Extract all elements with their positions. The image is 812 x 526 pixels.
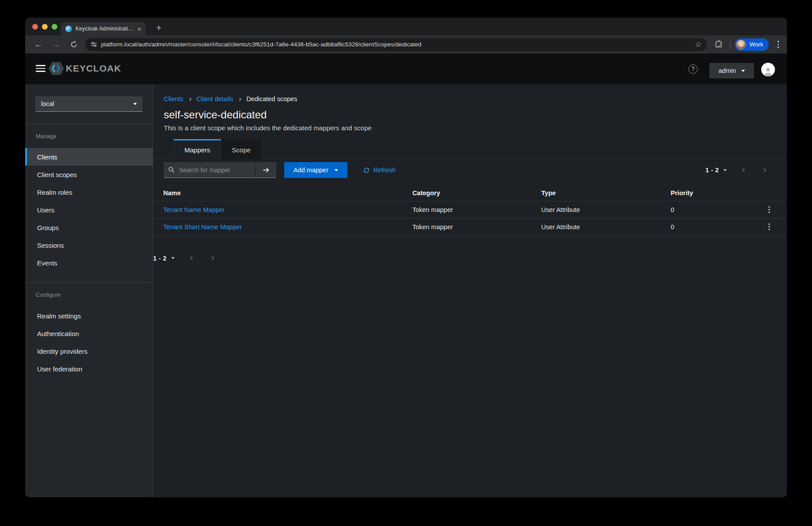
browser-tab[interactable]: Keycloak Administration UI × bbox=[61, 22, 146, 35]
cell-type: User Attribute bbox=[531, 201, 661, 218]
column-header-category: Category bbox=[402, 185, 531, 201]
forward-icon[interactable]: → bbox=[50, 38, 62, 51]
sidebar-item-authentication[interactable]: Authentication bbox=[25, 325, 153, 342]
site-settings-icon[interactable] bbox=[90, 41, 97, 48]
pagination-prev-icon[interactable] bbox=[742, 168, 747, 172]
pagination-next-icon[interactable] bbox=[762, 168, 767, 172]
search-icon bbox=[168, 167, 175, 173]
chevron-right-icon bbox=[238, 97, 241, 101]
sidebar-item-groups[interactable]: Groups bbox=[25, 219, 153, 236]
breadcrumb-current: Dedicated scopes bbox=[246, 96, 297, 102]
tabs: Mappers Scope bbox=[153, 139, 787, 159]
pagination-prev-icon[interactable] bbox=[190, 256, 194, 261]
cell-priority: 0 bbox=[661, 201, 756, 218]
breadcrumb-clients-link[interactable]: Clients bbox=[164, 96, 183, 102]
column-header-type: Type bbox=[531, 185, 661, 201]
tab-scope[interactable]: Scope bbox=[221, 139, 261, 159]
row-actions-kebab-icon[interactable] bbox=[766, 204, 773, 215]
chevron-down-icon bbox=[133, 103, 137, 105]
search-submit-button[interactable] bbox=[255, 162, 276, 178]
tab-mappers[interactable]: Mappers bbox=[173, 139, 221, 159]
page-title: self-service-dedicated bbox=[164, 109, 787, 121]
close-window-button[interactable] bbox=[32, 24, 38, 30]
screenshot-stage: Keycloak Administration UI × + ← → platf… bbox=[0, 0, 812, 526]
row-actions-kebab-icon[interactable] bbox=[766, 222, 773, 232]
sidebar-item-user-federation[interactable]: User federation bbox=[25, 360, 153, 378]
realm-selector[interactable]: local bbox=[35, 96, 143, 112]
sidebar: local Manage Clients Client scopes Realm… bbox=[25, 84, 153, 497]
main-content: Clients Client details Dedicated scopes … bbox=[153, 84, 787, 497]
toolbar-divider bbox=[730, 41, 730, 49]
user-dropdown-label: admin bbox=[718, 67, 736, 74]
realm-selector-value: local bbox=[41, 100, 54, 107]
page-subtitle: This is a client scope which includes th… bbox=[164, 124, 787, 132]
minimize-window-button[interactable] bbox=[42, 24, 48, 30]
refresh-button[interactable]: Refresh bbox=[363, 167, 396, 174]
sidebar-section-configure: Configure bbox=[36, 291, 153, 299]
mapper-link[interactable]: Tenant Name Mapper bbox=[163, 206, 225, 213]
extensions-icon[interactable] bbox=[712, 38, 725, 51]
browser-menu-icon[interactable] bbox=[776, 39, 781, 50]
browser-tab-strip: Keycloak Administration UI × + bbox=[25, 18, 787, 35]
new-tab-button[interactable]: + bbox=[152, 22, 165, 35]
mappers-table: Name Category Type Priority Tenant Name … bbox=[153, 185, 787, 236]
mapper-link[interactable]: Tenant Short Name Mapper bbox=[163, 223, 242, 231]
sidebar-item-identity-providers[interactable]: Identity providers bbox=[25, 342, 153, 360]
sidebar-divider bbox=[25, 124, 153, 124]
sidebar-item-realm-roles[interactable]: Realm roles bbox=[25, 183, 153, 201]
add-mapper-button[interactable]: Add mapper bbox=[284, 162, 347, 178]
keycloak-brand[interactable]: KEYCLOAK bbox=[48, 61, 121, 76]
help-icon[interactable]: ? bbox=[688, 64, 698, 74]
back-icon[interactable]: ← bbox=[32, 38, 45, 51]
keycloak-masthead: KEYCLOAK ? admin bbox=[25, 54, 787, 84]
cell-category: Token mapper bbox=[402, 201, 531, 218]
column-header-name: Name bbox=[153, 185, 402, 201]
breadcrumb: Clients Client details Dedicated scopes bbox=[164, 96, 787, 102]
cell-type: User Attribute bbox=[531, 218, 661, 235]
browser-window: Keycloak Administration UI × + ← → platf… bbox=[25, 18, 787, 497]
browser-profile-button[interactable]: Work bbox=[735, 38, 768, 51]
brand-text: KEYCLOAK bbox=[66, 63, 121, 74]
table-row: Tenant Short Name Mapper Token mapper Us… bbox=[153, 218, 787, 235]
pagination-next-icon[interactable] bbox=[210, 256, 214, 261]
tab-close-icon[interactable]: × bbox=[136, 26, 142, 32]
column-header-priority: Priority bbox=[661, 185, 756, 201]
pagination-bottom: 1 - 2 bbox=[153, 250, 787, 266]
bookmark-star-icon[interactable]: ☆ bbox=[695, 40, 702, 49]
chevron-right-icon bbox=[188, 97, 192, 101]
reload-icon[interactable] bbox=[68, 38, 80, 51]
sidebar-item-users[interactable]: Users bbox=[25, 201, 153, 219]
profile-avatar bbox=[736, 40, 746, 49]
sidebar-item-client-scopes[interactable]: Client scopes bbox=[25, 166, 153, 183]
breadcrumb-client-details-link[interactable]: Client details bbox=[196, 96, 233, 102]
profile-label: Work bbox=[749, 41, 763, 48]
sidebar-section-manage: Manage bbox=[36, 132, 153, 141]
pagination-options-icon[interactable] bbox=[171, 257, 175, 259]
browser-tab-title: Keycloak Administration UI bbox=[75, 26, 136, 32]
fullscreen-window-button[interactable] bbox=[52, 24, 57, 30]
url-text[interactable]: platform.local/auth/admin/master/console… bbox=[101, 41, 692, 48]
pagination-range: 1 - 2 bbox=[153, 255, 167, 262]
arrow-right-icon bbox=[263, 167, 270, 174]
table-row: Tenant Name Mapper Token mapper User Att… bbox=[153, 201, 787, 218]
sidebar-item-clients[interactable]: Clients bbox=[25, 148, 153, 166]
sidebar-divider bbox=[25, 282, 153, 283]
pagination-top: 1 - 2 bbox=[705, 167, 776, 174]
keycloak-logo-icon bbox=[48, 61, 64, 76]
pagination-options-icon[interactable] bbox=[723, 169, 727, 171]
browser-toolbar: ← → platform.local/auth/admin/master/con… bbox=[25, 35, 787, 54]
url-bar[interactable]: platform.local/auth/admin/master/console… bbox=[85, 38, 707, 51]
search-input[interactable] bbox=[178, 166, 251, 174]
table-header-row: Name Category Type Priority bbox=[153, 185, 787, 201]
user-dropdown[interactable]: admin bbox=[710, 63, 754, 78]
pagination-range: 1 - 2 bbox=[705, 167, 719, 174]
user-avatar[interactable] bbox=[761, 63, 775, 76]
chevron-down-icon bbox=[741, 70, 745, 72]
sidebar-item-events[interactable]: Events bbox=[25, 254, 153, 272]
nav-toggle-icon[interactable] bbox=[36, 65, 45, 74]
mappers-toolbar: Add mapper Refresh 1 - 2 bbox=[164, 162, 776, 178]
person-icon bbox=[763, 66, 773, 76]
sidebar-item-sessions[interactable]: Sessions bbox=[25, 236, 153, 254]
cell-priority: 0 bbox=[661, 218, 756, 235]
sidebar-item-realm-settings[interactable]: Realm settings bbox=[25, 307, 153, 325]
